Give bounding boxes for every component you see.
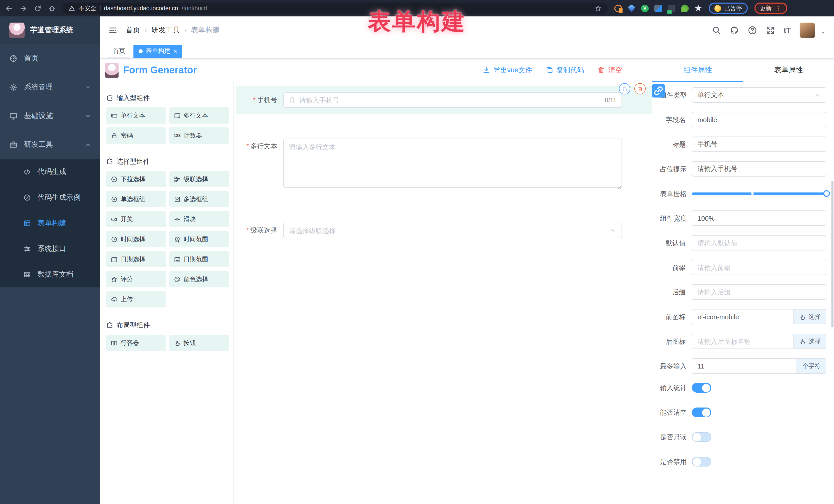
- browser-home-icon[interactable]: [48, 4, 56, 12]
- palette-item-switch[interactable]: 开关: [106, 211, 166, 227]
- sidebar-item-form-build[interactable]: 表单构建: [0, 211, 100, 236]
- fullscreen-icon[interactable]: [766, 26, 775, 35]
- delete-item-button[interactable]: [634, 83, 646, 94]
- sidebar-item-db-doc[interactable]: 数据库文档: [0, 262, 100, 287]
- suffix-input[interactable]: [698, 288, 821, 296]
- search-icon[interactable]: [712, 26, 721, 35]
- hamburger-icon[interactable]: [108, 26, 117, 35]
- suffix-icon-pick-button[interactable]: 选择: [794, 334, 826, 349]
- palette-item-date-range[interactable]: 日期范围: [169, 251, 229, 267]
- component-type-select[interactable]: [692, 87, 826, 103]
- copy-code-button[interactable]: 复制代码: [546, 65, 584, 75]
- tag-form-build[interactable]: 表单构建 ×: [133, 44, 182, 58]
- reload-icon[interactable]: [34, 4, 42, 12]
- title-input[interactable]: [698, 140, 821, 148]
- sidebar-item-codegen[interactable]: 代码生成: [0, 159, 100, 185]
- component-type-value[interactable]: [698, 91, 811, 99]
- palette-item-upload[interactable]: 上传: [106, 291, 166, 307]
- palette-item-slider[interactable]: 滑块: [169, 211, 229, 227]
- field-name-input[interactable]: [698, 116, 821, 124]
- palette-item-textarea[interactable]: 多行文本: [169, 107, 229, 124]
- duplicate-item-button[interactable]: [619, 83, 630, 94]
- tab-component-props[interactable]: 组件属性: [652, 59, 743, 82]
- copy-icon: [622, 86, 628, 92]
- default-value-input[interactable]: [698, 239, 821, 247]
- disabled-toggle[interactable]: [692, 457, 711, 466]
- canvas-item-textarea[interactable]: *多行文本: [236, 132, 652, 196]
- palette-item-cascader[interactable]: 级联选择: [169, 171, 229, 187]
- sidebar-item-api[interactable]: 系统接口: [0, 236, 100, 262]
- fontsize-icon[interactable]: tT: [784, 26, 791, 35]
- sidebar-logo[interactable]: 芋道管理系统: [0, 17, 100, 44]
- palette-item-counter[interactable]: 123 计数器: [169, 127, 229, 144]
- sidebar-item-system[interactable]: 系统管理: [0, 73, 100, 102]
- textarea-field[interactable]: [283, 138, 622, 188]
- form-grid-slider[interactable]: [692, 186, 826, 201]
- extension-orange[interactable]: [614, 4, 622, 12]
- palette-item-row[interactable]: 行容器: [106, 335, 166, 351]
- sidebar-item-codegen-demo[interactable]: 代码生成示例: [0, 185, 100, 211]
- tag-home[interactable]: 首页: [108, 44, 130, 58]
- window-scrollbar-thumb[interactable]: [831, 181, 833, 327]
- bookmark-star-icon[interactable]: [595, 5, 601, 12]
- palette-item-single-text[interactable]: 单行文本: [106, 107, 166, 124]
- extension-on-badge[interactable]: [668, 4, 675, 12]
- sidebar-item-home[interactable]: 首页: [0, 44, 100, 73]
- cascader-field[interactable]: [289, 226, 607, 234]
- url-host[interactable]: dashboard.yudao.iocoder.cn: [104, 5, 178, 11]
- palette-item-time-range[interactable]: 时间范围: [169, 231, 229, 247]
- placeholder-input[interactable]: [698, 165, 821, 173]
- palette-item-button[interactable]: 按钮: [169, 335, 229, 351]
- extension-star[interactable]: [695, 4, 702, 12]
- extension-blue-drop[interactable]: [628, 4, 635, 12]
- address-bar[interactable]: 不安全 dashboard.yudao.iocoder.cn/tool/buil…: [63, 2, 608, 14]
- palette-item-time[interactable]: 时间选择: [106, 231, 166, 247]
- suffix-icon-input[interactable]: [698, 337, 788, 345]
- breadcrumb-devtools[interactable]: 研发工具: [151, 26, 180, 35]
- help-icon[interactable]: [748, 26, 757, 35]
- kebab-menu-icon[interactable]: [775, 5, 782, 11]
- paused-profile-badge[interactable]: 已暂停: [709, 3, 748, 14]
- palette-item-radio[interactable]: 单选框组: [106, 191, 166, 207]
- github-icon[interactable]: [730, 26, 739, 35]
- word-limit-toggle[interactable]: [692, 383, 711, 393]
- extension-green-v[interactable]: [641, 4, 649, 12]
- update-button[interactable]: 更新: [754, 3, 787, 14]
- slider-handle[interactable]: [823, 190, 830, 197]
- cascader-select[interactable]: [283, 223, 622, 238]
- caret-down-icon[interactable]: [821, 30, 826, 36]
- sidebar-item-devtools[interactable]: 研发工具: [0, 130, 100, 159]
- mobile-input[interactable]: 0/11: [283, 92, 622, 108]
- palette-item-select[interactable]: 下拉选择: [106, 171, 166, 187]
- export-vue-button[interactable]: 导出vue文件: [482, 65, 532, 75]
- user-avatar[interactable]: [799, 23, 815, 38]
- link-icon[interactable]: [652, 84, 665, 97]
- readonly-toggle[interactable]: [692, 432, 711, 442]
- palette-item-checkbox[interactable]: 多选框组: [169, 191, 229, 207]
- top-navbar: 首页 / 研发工具 / 表单构建 tT: [100, 17, 834, 44]
- prefix-icon-input[interactable]: [698, 313, 788, 321]
- forward-icon[interactable]: [20, 4, 27, 12]
- width-input[interactable]: [698, 214, 821, 222]
- prefix-input[interactable]: [698, 264, 821, 271]
- canvas-item-mobile[interactable]: *手机号 0/11: [236, 86, 652, 114]
- prefix-icon-pick-button[interactable]: 选择: [794, 309, 826, 324]
- palette-item-date[interactable]: 日期选择: [106, 251, 166, 267]
- clear-button[interactable]: 清空: [597, 65, 622, 75]
- palette-item-rate[interactable]: 评分: [106, 271, 166, 287]
- max-length-input[interactable]: [698, 362, 791, 370]
- extension-leaf[interactable]: [681, 4, 689, 12]
- mobile-input-field[interactable]: [299, 96, 601, 104]
- slider-track[interactable]: [692, 192, 826, 195]
- clearable-toggle[interactable]: [692, 408, 711, 417]
- sidebar-item-infra[interactable]: 基础设施: [0, 102, 100, 130]
- breadcrumb-home[interactable]: 首页: [126, 26, 140, 35]
- close-icon[interactable]: ×: [174, 48, 177, 54]
- tab-form-props[interactable]: 表单属性: [743, 59, 834, 82]
- security-label[interactable]: 不安全: [79, 4, 96, 12]
- canvas-item-cascader[interactable]: *级联选择: [236, 217, 652, 244]
- extension-cube[interactable]: [654, 4, 662, 12]
- palette-item-password[interactable]: 密码: [106, 127, 166, 144]
- back-icon[interactable]: [5, 4, 13, 12]
- palette-item-color[interactable]: 颜色选择: [169, 271, 229, 287]
